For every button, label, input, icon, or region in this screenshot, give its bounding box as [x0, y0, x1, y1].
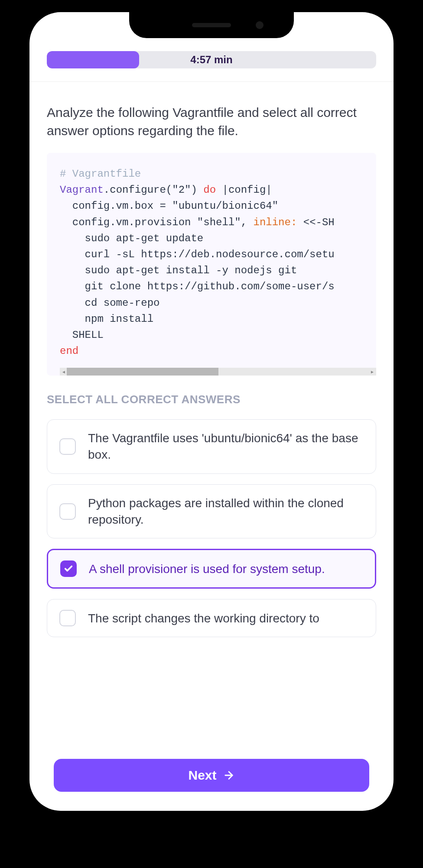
- horizontal-scrollbar[interactable]: ◄ ►: [60, 368, 376, 376]
- notch-speaker: [192, 23, 231, 27]
- answer-option-1[interactable]: The Vagrantfile uses 'ubuntu/bionic64' a…: [47, 419, 376, 474]
- answer-option-2[interactable]: Python packages are installed within the…: [47, 484, 376, 539]
- code-token: do: [203, 184, 216, 196]
- code-token: config.vm.provision: [60, 217, 197, 228]
- code-token: npm install: [60, 313, 153, 325]
- code-block: # Vagrantfile Vagrant.configure("2") do …: [47, 153, 376, 376]
- next-button-label: Next: [188, 768, 216, 783]
- instruction-label: SELECT ALL CORRECT ANSWERS: [47, 393, 376, 406]
- code-token: |config|: [216, 184, 272, 196]
- option-text: The script changes the working directory…: [88, 610, 319, 627]
- next-button[interactable]: Next: [54, 759, 369, 792]
- answer-option-4[interactable]: The script changes the working directory…: [47, 599, 376, 637]
- code-token: sudo apt-get update: [60, 233, 203, 244]
- question-area: Analyze the following Vagrantfile and se…: [29, 82, 394, 811]
- code-token: ): [191, 184, 203, 196]
- progress-fill: [47, 51, 139, 68]
- option-text: Python packages are installed within the…: [88, 495, 364, 528]
- checkbox-checked[interactable]: [60, 560, 77, 577]
- check-icon: [64, 564, 73, 573]
- option-text: The Vagrantfile uses 'ubuntu/bionic64' a…: [88, 430, 364, 463]
- code-token: Vagrant: [60, 184, 104, 196]
- notch-camera: [256, 21, 264, 29]
- phone-notch: [129, 12, 294, 38]
- checkbox-unchecked[interactable]: [59, 438, 76, 455]
- code-token: config.vm.box =: [60, 200, 172, 212]
- content-area: 4:57 min Analyze the following Vagrantfi…: [29, 12, 394, 811]
- phone-screen: 4:57 min Analyze the following Vagrantfi…: [29, 12, 394, 811]
- progress-bar: 4:57 min: [47, 51, 376, 68]
- phone-frame: 4:57 min Analyze the following Vagrantfi…: [17, 0, 406, 823]
- checkbox-unchecked[interactable]: [59, 610, 76, 626]
- code-token: inline:: [254, 217, 297, 228]
- code-token: "ubuntu/bionic64": [172, 200, 278, 212]
- code-token: curl -sL https://deb.nodesource.com/setu: [60, 249, 335, 260]
- scrollbar-arrow-right-icon[interactable]: ►: [370, 369, 374, 374]
- code-token: git clone https://github.com/some-user/s: [60, 281, 335, 292]
- option-text: A shell provisioner is used for system s…: [89, 561, 325, 577]
- code-token: SHELL: [60, 329, 104, 341]
- footer: Next: [54, 759, 369, 792]
- timer-text: 4:57 min: [190, 54, 232, 66]
- code-token: .configure(: [104, 184, 172, 196]
- code-token: end: [60, 345, 78, 357]
- code-token: "2": [172, 184, 191, 196]
- code-token: cd some-repo: [60, 297, 159, 309]
- code-comment: # Vagrantfile: [60, 168, 141, 180]
- checkbox-unchecked[interactable]: [59, 503, 76, 520]
- question-text: Analyze the following Vagrantfile and se…: [47, 104, 376, 140]
- arrow-right-icon: [223, 769, 235, 781]
- answer-option-3[interactable]: A shell provisioner is used for system s…: [47, 549, 376, 589]
- scrollbar-arrow-left-icon[interactable]: ◄: [62, 369, 66, 374]
- scrollbar-thumb[interactable]: [67, 368, 218, 376]
- code-token: sudo apt-get install -y nodejs git: [60, 265, 297, 276]
- code-token: <<-SH: [297, 217, 334, 228]
- code-token: ,: [241, 217, 254, 228]
- code-content: # Vagrantfile Vagrant.configure("2") do …: [60, 166, 376, 368]
- code-token: "shell": [197, 217, 241, 228]
- progress-section: 4:57 min: [29, 51, 394, 81]
